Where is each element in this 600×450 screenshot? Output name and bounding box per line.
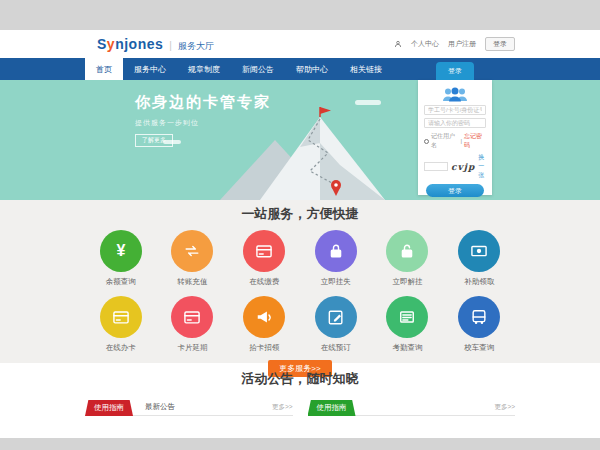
service-label: 立即解挂 — [372, 277, 444, 287]
services-section: 一站服务，方便快捷 ¥余额查询转账充值在线缴费立即挂失立即解挂补助领取在线办卡卡… — [0, 200, 600, 363]
tab-usage-guide[interactable]: 使用指南 — [85, 400, 133, 416]
announcements-left-panel: 使用指南 最新公告 更多>> — [85, 397, 293, 416]
service-item-立即挂失[interactable]: 立即挂失 — [300, 230, 372, 287]
logo-accent: y — [107, 36, 115, 52]
service-item-卡片延期[interactable]: 卡片延期 — [157, 296, 229, 353]
unlock-icon — [386, 230, 428, 272]
list-icon — [386, 296, 428, 338]
service-item-余额查询[interactable]: ¥余额查询 — [85, 230, 157, 287]
page-top-margin — [0, 0, 600, 30]
user-icon — [394, 40, 402, 48]
captcha-input[interactable] — [424, 162, 448, 171]
users-group-icon — [442, 87, 468, 102]
nav-item-规章制度[interactable]: 规章制度 — [177, 58, 231, 80]
service-item-在线预订[interactable]: 在线预订 — [300, 296, 372, 353]
card-icon — [243, 230, 285, 272]
main-nav: 首页服务中心规章制度新闻公告帮助中心相关链接 — [0, 58, 600, 80]
nav-item-帮助中心[interactable]: 帮助中心 — [285, 58, 339, 80]
transfer-icon — [171, 230, 213, 272]
personal-center-link[interactable]: 个人中心 — [411, 39, 439, 49]
left-more-link[interactable]: 更多>> — [272, 403, 293, 415]
services-grid: ¥余额查询转账充值在线缴费立即挂失立即解挂补助领取在线办卡卡片延期拾卡招领在线预… — [85, 230, 515, 353]
logo-wordmark: Synjones — [97, 36, 163, 52]
password-input[interactable] — [424, 118, 486, 128]
login-submit-button[interactable]: 登录 — [426, 184, 484, 197]
service-label: 立即挂失 — [300, 277, 372, 287]
service-label: 转账充值 — [157, 277, 229, 287]
service-label: 卡片延期 — [157, 343, 229, 353]
nav-item-服务中心[interactable]: 服务中心 — [123, 58, 177, 80]
announcements-section: 活动公告，随时知晓 使用指南 最新公告 更多>> 使用指南 更多>> — [0, 363, 600, 438]
banknote-icon — [458, 230, 500, 272]
remember-checkbox[interactable] — [424, 139, 429, 144]
login-panel-tab[interactable]: 登录 — [436, 62, 474, 80]
register-link[interactable]: 用户注册 — [448, 39, 476, 49]
mountain-illustration — [190, 105, 420, 200]
pencil-icon — [315, 296, 357, 338]
captcha-image[interactable]: cvjp — [451, 162, 475, 172]
remember-label: 记住用户名 — [431, 132, 458, 150]
site-name: 服务大厅 — [178, 40, 214, 53]
account-input[interactable] — [424, 105, 486, 115]
service-item-在线办卡[interactable]: 在线办卡 — [85, 296, 157, 353]
card-icon — [100, 296, 142, 338]
tab-latest-announcements[interactable]: 最新公告 — [145, 402, 175, 415]
cloud-decoration — [163, 140, 181, 144]
forgot-password-link[interactable]: 忘记密码 — [464, 132, 486, 150]
service-item-校车查询[interactable]: 校车查询 — [443, 296, 515, 353]
service-item-转账充值[interactable]: 转账充值 — [157, 230, 229, 287]
logo-divider: | — [169, 40, 172, 51]
nav-item-新闻公告[interactable]: 新闻公告 — [231, 58, 285, 80]
nav-item-相关链接[interactable]: 相关链接 — [339, 58, 393, 80]
service-item-立即解挂[interactable]: 立即解挂 — [372, 230, 444, 287]
service-item-补助领取[interactable]: 补助领取 — [443, 230, 515, 287]
announcements-right-panel: 使用指南 更多>> — [308, 397, 516, 416]
announcements-title: 活动公告，随时知晓 — [0, 370, 600, 388]
megaphone-icon — [243, 296, 285, 338]
service-label: 校车查询 — [443, 343, 515, 353]
tab-usage-guide[interactable]: 使用指南 — [308, 400, 356, 416]
service-label: 考勤查询 — [372, 343, 444, 353]
bus-icon — [458, 296, 500, 338]
header-login-button[interactable]: 登录 — [485, 37, 515, 51]
service-label: 在线缴费 — [228, 277, 300, 287]
right-more-link[interactable]: 更多>> — [494, 403, 515, 415]
service-label: 在线预订 — [300, 343, 372, 353]
site-header: Synjones | 服务大厅 个人中心 用户注册 登录 — [0, 30, 600, 58]
service-label: 余额查询 — [85, 277, 157, 287]
service-item-拾卡招领[interactable]: 拾卡招领 — [228, 296, 300, 353]
logo[interactable]: Synjones | 服务大厅 — [85, 36, 214, 53]
service-label: 在线办卡 — [85, 343, 157, 353]
lock-icon — [315, 230, 357, 272]
captcha-refresh-link[interactable]: 换一张 — [478, 153, 486, 180]
service-item-考勤查询[interactable]: 考勤查询 — [372, 296, 444, 353]
card-icon — [171, 296, 213, 338]
service-item-在线缴费[interactable]: 在线缴费 — [228, 230, 300, 287]
service-label: 拾卡招领 — [228, 343, 300, 353]
divider: | — [460, 138, 462, 144]
yuan-icon: ¥ — [100, 230, 142, 272]
service-label: 补助领取 — [443, 277, 515, 287]
login-panel: 登录 记住用户名 | 忘记密码 cvjp 换一张 — [418, 80, 492, 195]
hero-banner: 你身边的卡管专家 提供服务一步到位 了解更多 登录 — [0, 80, 600, 200]
nav-item-首页[interactable]: 首页 — [85, 58, 123, 80]
services-title: 一站服务，方便快捷 — [0, 205, 600, 223]
